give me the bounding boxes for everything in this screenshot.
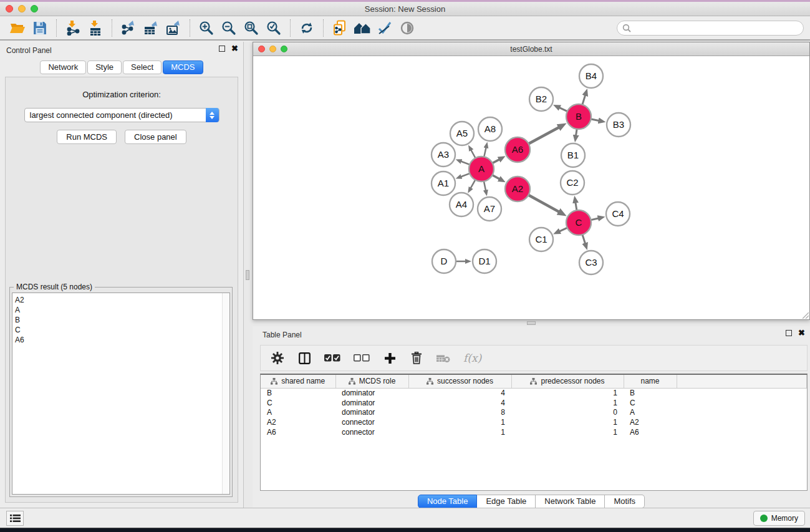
graph-node-label-A6: A6 — [512, 144, 523, 155]
graph-edge-A6-B[interactable] — [528, 127, 559, 145]
table-cell: dominator — [335, 398, 408, 408]
export-table-button[interactable] — [140, 18, 162, 38]
column-header-name[interactable]: name — [624, 375, 677, 388]
control-panel-tabs: NetworkStyleSelectMCDS — [0, 60, 243, 74]
column-type-icon — [271, 378, 277, 385]
export-network-button[interactable] — [117, 18, 140, 38]
show-all-button[interactable] — [351, 18, 374, 38]
control-panel-title: Control Panel — [6, 46, 52, 55]
hide-selected-button[interactable] — [374, 18, 396, 38]
function-builder-button[interactable]: f(x) — [463, 350, 481, 366]
network-canvas[interactable]: B4B2BB3A8A5A6A3B1AC2A1A2A4A7C4CC1C3DD1 — [253, 56, 809, 319]
close-table-panel-icon[interactable]: ✖ — [798, 330, 805, 336]
control-panel-header: Control Panel ✖ — [0, 42, 243, 58]
float-table-panel-icon[interactable] — [786, 330, 792, 336]
zoom-out-button[interactable] — [218, 18, 240, 38]
result-list-scrollbar[interactable] — [222, 293, 229, 494]
tab-mcds[interactable]: MCDS — [163, 60, 203, 74]
graph-node-label-A7: A7 — [484, 203, 495, 214]
create-column-button[interactable] — [383, 350, 397, 366]
graph-edge-A2-C[interactable] — [528, 195, 560, 212]
column-type-icon — [427, 378, 433, 385]
result-list-item[interactable]: A6 — [15, 335, 229, 345]
table-row[interactable]: Adominator80A — [261, 408, 807, 418]
search-input[interactable] — [635, 24, 798, 32]
column-header-MCDS-role[interactable]: MCDS role — [335, 375, 408, 388]
tab-network[interactable]: Network — [40, 60, 86, 74]
tab-edge-table[interactable]: Edge Table — [477, 495, 536, 508]
table-row[interactable]: Bdominator41B — [261, 388, 807, 398]
main-area: Control Panel ✖ NetworkStyleSelectMCDS O… — [0, 42, 810, 508]
table-cell: A6 — [624, 427, 677, 437]
select-all-button[interactable] — [324, 350, 340, 366]
zoom-in-button[interactable] — [195, 18, 218, 38]
column-header-successor-nodes[interactable]: successor nodes — [408, 375, 511, 388]
graph-node-label-C2: C2 — [566, 177, 578, 188]
window-titlebar: Session: New Session — [0, 2, 810, 16]
zoom-selected-icon — [266, 21, 281, 36]
export-image-icon — [166, 21, 181, 36]
table-settings-button[interactable] — [271, 350, 284, 366]
table-cell: A2 — [624, 417, 677, 427]
tab-node-table[interactable]: Node Table — [418, 495, 478, 508]
table-row[interactable]: A2connector11A2 — [261, 417, 807, 427]
graph-node-label-B2: B2 — [536, 94, 547, 104]
show-column-panel-button[interactable] — [297, 350, 311, 366]
column-header-label: predecessor nodes — [541, 377, 604, 385]
delete-column-button[interactable] — [410, 350, 423, 366]
table-panel-header: Table Panel ✖ — [253, 326, 810, 342]
close-panel-button[interactable]: Close panel — [125, 130, 186, 144]
tab-select[interactable]: Select — [123, 60, 162, 74]
criterion-dropdown[interactable]: largest connected component (directed) — [24, 108, 219, 122]
tab-network-table[interactable]: Network Table — [536, 495, 605, 508]
eye-icon — [400, 21, 415, 36]
mcds-tab-content: Optimization criterion: largest connecte… — [5, 77, 238, 503]
clone-network-button[interactable] — [329, 18, 351, 38]
import-network-button[interactable] — [62, 18, 84, 38]
table-cell: A6 — [261, 427, 335, 437]
run-mcds-button[interactable]: Run MCDS — [57, 130, 117, 144]
table-cell: 1 — [511, 427, 624, 437]
table-cell: B — [624, 388, 677, 398]
zoom-fit-button[interactable] — [240, 18, 263, 38]
mcds-result-items: A2ABCA6 — [12, 293, 229, 345]
column-header-label: successor nodes — [437, 377, 493, 385]
node-table: shared nameMCDS rolesuccessor nodesprede… — [261, 375, 807, 437]
check-slash-icon — [377, 21, 392, 36]
window-resize-grip[interactable] — [801, 311, 809, 319]
float-panel-icon[interactable] — [219, 46, 225, 52]
gear-icon — [271, 352, 284, 364]
table-body: Bdominator41BCdominator41CAdominator80AA… — [261, 388, 807, 437]
column-header-predecessor-nodes[interactable]: predecessor nodes — [511, 375, 624, 388]
zoom-selected-button[interactable] — [263, 18, 285, 38]
control-panel: Control Panel ✖ NetworkStyleSelectMCDS O… — [0, 42, 244, 508]
export-image-button[interactable] — [162, 18, 185, 38]
result-list-item[interactable]: A — [15, 305, 229, 315]
task-history-button[interactable] — [6, 511, 24, 526]
import-table-button[interactable] — [84, 18, 107, 38]
refresh-view-button[interactable] — [296, 18, 318, 38]
open-session-button[interactable] — [6, 18, 29, 38]
result-list-item[interactable]: A2 — [15, 295, 229, 305]
result-list-item[interactable]: B — [15, 315, 229, 325]
table-row[interactable]: Cdominator41C — [261, 398, 807, 408]
vertical-split-handle[interactable] — [246, 270, 249, 280]
close-panel-icon[interactable]: ✖ — [231, 46, 238, 52]
save-session-button[interactable] — [29, 18, 51, 38]
horizontal-split-handle[interactable] — [527, 321, 536, 325]
tab-motifs[interactable]: Motifs — [605, 495, 645, 508]
search-icon — [622, 24, 631, 32]
table-row[interactable]: A6connector11A6 — [261, 427, 807, 437]
table-cell: connector — [335, 417, 408, 427]
table-cell: A — [261, 408, 335, 418]
show-hidden-button[interactable] — [396, 18, 418, 38]
tab-style[interactable]: Style — [87, 60, 122, 74]
table-cell: 1 — [511, 388, 624, 398]
memory-button[interactable]: Memory — [753, 511, 805, 526]
column-header-shared-name[interactable]: shared name — [261, 375, 335, 388]
deselect-all-button[interactable] — [354, 350, 370, 366]
dropdown-stepper-icon — [206, 108, 219, 122]
result-list-item[interactable]: C — [15, 325, 229, 335]
window-title: Session: New Session — [0, 4, 810, 14]
delete-table-button[interactable] — [436, 350, 450, 366]
